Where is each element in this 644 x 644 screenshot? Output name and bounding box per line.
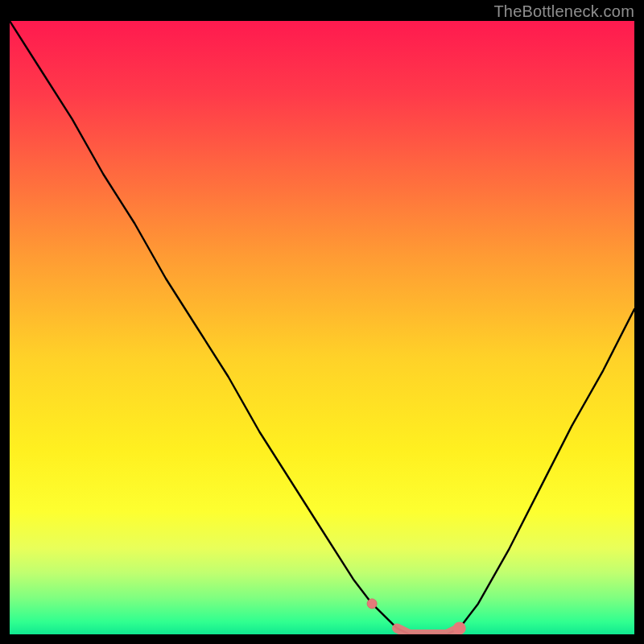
curve-bottleneck-curve xyxy=(10,21,634,634)
curve-optimal-range-markers-stroke xyxy=(397,628,460,634)
watermark-text: TheBottleneck.com xyxy=(493,2,634,21)
plot-area xyxy=(10,21,634,634)
optimal-marker-dot xyxy=(367,599,377,609)
chart-frame: TheBottleneck.com xyxy=(0,0,644,644)
curve-layer xyxy=(10,21,634,634)
optimal-marker-endcap xyxy=(453,621,466,634)
